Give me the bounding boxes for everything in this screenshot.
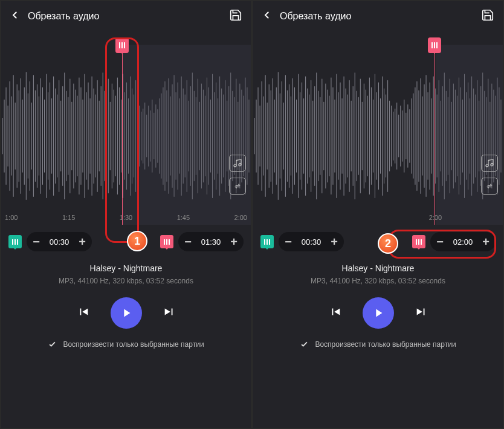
start-time-pill: − 00:30 +	[27, 232, 92, 251]
start-plus-button[interactable]: +	[77, 236, 87, 248]
tick: 1:45	[177, 214, 190, 221]
swap-icon[interactable]	[481, 178, 498, 195]
back-icon[interactable]	[10, 10, 21, 23]
waveform-area[interactable]: 2:00	[253, 31, 503, 225]
checkbox-label: Воспроизвести только выбранные партии	[63, 340, 204, 349]
end-plus-button[interactable]: +	[229, 236, 239, 248]
end-time: 02:00	[451, 237, 475, 247]
svg-rect-275	[436, 45, 503, 225]
timeline: 1:00 1:15 1:30 1:45 2:00	[1, 214, 251, 221]
tick: 1:15	[62, 214, 75, 221]
badge-1: 1	[127, 231, 147, 251]
start-plus-button[interactable]: +	[329, 236, 339, 248]
music-note-icon[interactable]	[481, 155, 498, 172]
right-screen: Обрезать аудио 2:00	[253, 1, 503, 428]
side-buttons	[481, 155, 498, 195]
music-note-icon[interactable]	[229, 155, 246, 172]
end-badge-icon	[160, 235, 173, 248]
waveform-area[interactable]: 1:00 1:15 1:30 1:45 2:00	[1, 31, 251, 225]
tick: 1:00	[5, 214, 18, 221]
start-minus-button[interactable]: −	[31, 236, 41, 248]
checkmark-icon	[300, 340, 309, 349]
play-button[interactable]	[363, 297, 394, 329]
track-info: Halsey - Nightmare MP3, 44100 Hz, 320 kb…	[1, 259, 251, 294]
tick: 1:30	[120, 214, 132, 221]
save-icon[interactable]	[481, 8, 494, 24]
end-marker-handle[interactable]	[115, 37, 129, 53]
back-icon[interactable]	[262, 10, 273, 23]
svg-point-277	[491, 164, 493, 166]
tick: 2:00	[429, 214, 442, 221]
page-title: Обрезать аудио	[280, 11, 474, 22]
swap-icon[interactable]	[229, 178, 246, 195]
waveform-graphic	[1, 31, 251, 225]
left-screen: Обрезать аудио 1:00 1:15 1:30	[1, 1, 251, 428]
svg-rect-136	[123, 45, 251, 225]
start-badge-icon	[8, 235, 22, 248]
header: Обрезать аудио	[1, 1, 251, 31]
svg-point-137	[234, 164, 236, 167]
trim-start-group: − 00:30 +	[8, 232, 92, 251]
checkmark-icon	[48, 340, 57, 349]
checkbox-row[interactable]: Воспроизвести только выбранные партии	[253, 336, 503, 357]
trim-end-group: − 02:00 +	[412, 232, 496, 251]
track-meta: MP3, 44100 Hz, 320 kbps, 03:52 seconds	[253, 277, 503, 285]
trim-row: − 00:30 + − 01:30 +	[1, 225, 251, 259]
header: Обрезать аудио	[253, 1, 503, 31]
play-button[interactable]	[111, 297, 142, 329]
start-minus-button[interactable]: −	[283, 236, 293, 248]
track-name: Halsey - Nightmare	[1, 263, 251, 273]
end-time-pill: − 01:30 +	[178, 232, 244, 251]
start-time: 00:30	[47, 237, 71, 247]
checkbox-row[interactable]: Воспроизвести только выбранные партии	[1, 336, 251, 357]
start-time-pill: − 00:30 +	[279, 232, 344, 251]
skip-back-button[interactable]	[329, 305, 342, 321]
checkbox-label: Воспроизвести только выбранные партии	[315, 340, 456, 349]
end-marker-line	[122, 50, 123, 225]
skip-back-button[interactable]	[77, 305, 90, 321]
end-time-pill: − 02:00 +	[430, 232, 496, 251]
badge-2: 2	[378, 233, 398, 254]
tick: 2:00	[234, 214, 247, 221]
track-info: Halsey - Nightmare MP3, 44100 Hz, 320 kb…	[253, 259, 503, 294]
trim-end-group: − 01:30 +	[160, 232, 244, 251]
end-marker-line	[435, 50, 435, 225]
skip-forward-button[interactable]	[163, 305, 176, 321]
end-minus-button[interactable]: −	[435, 236, 445, 248]
playback-controls	[1, 294, 251, 336]
skip-forward-button[interactable]	[415, 305, 428, 321]
end-plus-button[interactable]: +	[481, 236, 491, 248]
playback-controls	[253, 294, 503, 336]
end-marker-handle[interactable]	[428, 37, 441, 53]
svg-point-138	[239, 164, 241, 166]
timeline: 2:00	[253, 214, 503, 221]
end-badge-icon	[412, 235, 425, 248]
waveform-graphic	[253, 31, 503, 225]
track-name: Halsey - Nightmare	[253, 263, 503, 273]
trim-start-group: − 00:30 +	[260, 232, 344, 251]
start-time: 00:30	[299, 237, 323, 247]
track-meta: MP3, 44100 Hz, 320 kbps, 03:52 seconds	[1, 277, 251, 285]
side-buttons	[229, 155, 246, 195]
end-minus-button[interactable]: −	[183, 236, 193, 248]
start-badge-icon	[260, 235, 274, 248]
save-icon[interactable]	[229, 8, 242, 24]
end-time: 01:30	[199, 237, 223, 247]
page-title: Обрезать аудио	[28, 11, 222, 22]
svg-point-276	[486, 164, 488, 167]
